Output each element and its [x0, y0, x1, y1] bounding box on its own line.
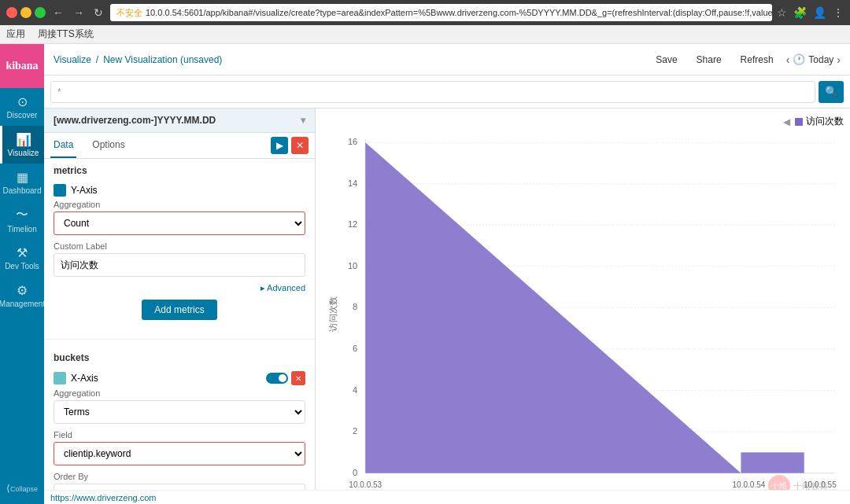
- sidebar-label-discover: Discover: [7, 111, 38, 120]
- search-button[interactable]: 🔍: [819, 81, 844, 103]
- toggle-switch[interactable]: [266, 373, 288, 384]
- breadcrumb-visualize-link[interactable]: Visualize: [54, 54, 91, 65]
- remove-bucket-button[interactable]: ✕: [291, 371, 305, 385]
- time-next-btn[interactable]: ›: [837, 53, 841, 66]
- svg-text:10: 10: [348, 261, 357, 270]
- timelion-icon: 〜: [16, 207, 28, 223]
- top-actions: Save Share Refresh ‹ 🕐 Today ›: [649, 51, 841, 68]
- forward-btn[interactable]: →: [71, 6, 87, 19]
- tab-data[interactable]: Data: [50, 133, 76, 158]
- legend-nav-prev[interactable]: ◀: [783, 116, 790, 127]
- x-axis-label: X-Axis: [71, 373, 98, 384]
- metrics-section: metrics Y-Axis Aggregation Count Custom …: [44, 159, 315, 333]
- bucket-aggregation-group: Aggregation Terms: [54, 388, 305, 424]
- field-select[interactable]: clientip.keyword: [54, 442, 305, 465]
- save-button[interactable]: Save: [649, 51, 683, 68]
- panel-tabs: Data Options ▶ ✕: [44, 133, 315, 159]
- devtools-icon: ⚒: [17, 245, 28, 260]
- tab-actions: ▶ ✕: [271, 137, 309, 154]
- maximize-btn[interactable]: [35, 7, 46, 18]
- time-today-label: Today: [808, 54, 833, 65]
- sidebar-label-timelion: Timelion: [7, 225, 36, 234]
- kibana-logo[interactable]: kibana: [0, 44, 44, 88]
- sidebar-nav: ⊙ Discover 📊 Visualize ▦ Dashboard 〜 Tim…: [0, 88, 44, 473]
- bookmark-tts[interactable]: 周接TTS系统: [38, 28, 94, 41]
- bookmark-icon[interactable]: ☆: [777, 6, 787, 19]
- legend-color-swatch: [795, 118, 803, 126]
- sidebar-item-timelion[interactable]: 〜 Timelion: [0, 201, 44, 239]
- y-axis-icon: [54, 184, 66, 197]
- search-icon: 🔍: [825, 86, 838, 97]
- svg-text:16: 16: [348, 137, 357, 146]
- custom-label-input[interactable]: [54, 253, 305, 277]
- minimize-btn[interactable]: [20, 7, 31, 18]
- x-axis-item: X-Axis ✕: [54, 368, 305, 388]
- app-container: kibana ⊙ Discover 📊 Visualize ▦ Dashboar…: [0, 44, 850, 504]
- svg-text:0: 0: [353, 468, 357, 477]
- menu-icon[interactable]: ⋮: [833, 6, 844, 19]
- metrics-advanced-link[interactable]: ▸ Advanced: [54, 283, 305, 293]
- share-button[interactable]: Share: [690, 51, 728, 68]
- play-button[interactable]: ▶: [271, 137, 288, 154]
- browser-action-icons: ☆ 🧩 👤 ⋮: [777, 6, 844, 19]
- sidebar-bottom: ⟨ Collapse: [0, 473, 44, 504]
- profile-icon[interactable]: 👤: [813, 6, 826, 19]
- breadcrumb-separator: /: [96, 54, 98, 65]
- close-btn[interactable]: [6, 7, 17, 18]
- sidebar-item-management[interactable]: ⚙ Management: [0, 277, 44, 315]
- bucket-aggregation-select[interactable]: Terms: [54, 400, 305, 424]
- buckets-section: buckets X-Axis ✕ Aggregation: [44, 346, 315, 490]
- field-label: Field: [54, 430, 305, 440]
- sidebar-item-dashboard[interactable]: ▦ Dashboard: [0, 164, 44, 201]
- svg-text:访问次数: 访问次数: [328, 296, 338, 331]
- watermark-logo: 十维: [768, 475, 790, 490]
- search-input[interactable]: [50, 81, 815, 103]
- aggregation-select[interactable]: Count: [54, 212, 305, 235]
- main-area: Visualize / New Visualization (unsaved) …: [44, 44, 850, 504]
- sidebar-item-visualize[interactable]: 📊 Visualize: [0, 126, 44, 164]
- add-metrics-button[interactable]: Add metrics: [142, 300, 216, 320]
- window-controls: [6, 7, 46, 18]
- index-pattern-label: [www.driverzeng.com-]YYYY.MM.DD: [54, 115, 216, 126]
- svg-marker-21: [365, 142, 741, 473]
- legend-item: 访问次数: [795, 115, 844, 128]
- panel-header: [www.driverzeng.com-]YYYY.MM.DD ▾: [44, 109, 315, 133]
- browser-toolbar: ← → ↻ 不安全 10.0.0.54:5601/app/kibana#/vis…: [0, 0, 850, 25]
- management-icon: ⚙: [17, 283, 28, 298]
- back-btn[interactable]: ←: [50, 6, 66, 19]
- clock-icon: 🕐: [793, 53, 805, 65]
- field-group: Field clientip.keyword: [54, 430, 305, 465]
- custom-label-label: Custom Label: [54, 241, 305, 251]
- time-prev-btn[interactable]: ‹: [786, 53, 790, 66]
- tab-options[interactable]: Options: [89, 133, 128, 158]
- time-navigation: ‹ 🕐 Today ›: [786, 53, 841, 66]
- reload-btn[interactable]: ↻: [91, 6, 105, 19]
- sidebar-item-discover[interactable]: ⊙ Discover: [0, 88, 44, 126]
- url-bar[interactable]: 不安全 10.0.0.54:5601/app/kibana#/visualize…: [110, 4, 772, 21]
- collapse-button[interactable]: ⟨ Collapse: [0, 473, 44, 504]
- toggle-knob: [279, 374, 286, 382]
- watermark: 十维 十维教育: [768, 475, 828, 490]
- custom-label-group: Custom Label: [54, 241, 305, 277]
- watermark-text: 十维教育: [793, 480, 828, 490]
- sidebar-item-devtools[interactable]: ⚒ Dev Tools: [0, 239, 44, 277]
- svg-text:2: 2: [353, 426, 357, 436]
- sidebar-label-management: Management: [0, 300, 45, 308]
- sidebar: kibana ⊙ Discover 📊 Visualize ▦ Dashboar…: [0, 44, 44, 504]
- footer-url: https://www.driverzeng.com: [50, 493, 157, 502]
- y-axis-item: Y-Axis: [54, 181, 305, 200]
- chart-svg-container: 0 2 4 6 8: [322, 131, 844, 490]
- order-by-select[interactable]: metric: 访问次数: [54, 484, 305, 490]
- bookmark-apps: 应用: [6, 28, 25, 41]
- url-text: 10.0.0.54:5601/app/kibana#/visualize/cre…: [146, 8, 772, 17]
- svg-text:10.0.0.54: 10.0.0.54: [733, 480, 766, 489]
- extension-icon[interactable]: 🧩: [793, 6, 807, 19]
- refresh-button[interactable]: Refresh: [734, 51, 780, 68]
- expand-icon[interactable]: ▾: [301, 115, 305, 126]
- breadcrumb-current: New Visualization (unsaved): [103, 54, 222, 65]
- bookmarks-bar: 应用 周接TTS系统: [0, 25, 850, 44]
- aggregation-label: Aggregation: [54, 200, 305, 209]
- chart-legend: ◀ 访问次数: [322, 115, 844, 128]
- close-panel-button[interactable]: ✕: [291, 137, 309, 154]
- security-warning: 不安全: [116, 7, 142, 19]
